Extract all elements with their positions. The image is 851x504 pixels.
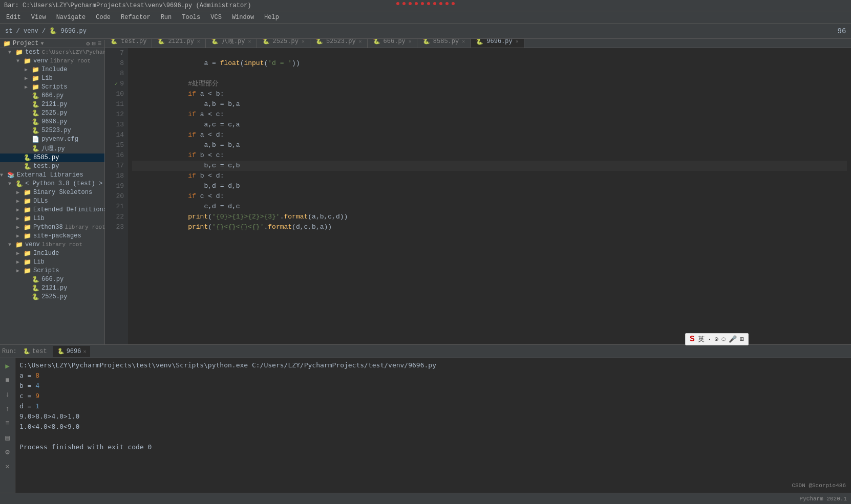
tab-2121-py[interactable]: 🐍 2121.py ✕ [152, 39, 205, 48]
sidebar-item-include[interactable]: ▶ 📁 Include [0, 65, 104, 74]
sidebar-item-python38[interactable]: ▼ 🐍 < Python 3.8 (test) > C:\U [0, 180, 104, 188]
sidebar-item-8585-py[interactable]: ▶ 🐍 8585.py [0, 154, 104, 162]
tab-9696-py[interactable]: 🐍 9696.py ✕ [471, 39, 524, 48]
sidebar-item-2525-py[interactable]: ▶ 🐍 2525.py [0, 109, 104, 118]
sidebar-item-test-project[interactable]: ▼ 📁 test C:\Users\LZY\PycharmP [0, 48, 104, 57]
run-button[interactable]: ▶ [2, 360, 13, 371]
ime-eye[interactable]: ⊙ [715, 335, 719, 343]
menu-run[interactable]: Run [157, 13, 176, 22]
sidebar-item-include2[interactable]: ▶ 📁 Include [0, 249, 104, 258]
code-line-20: c,d = d,c [132, 191, 847, 202]
sidebar-item-dlls[interactable]: ▶ 📁 DLLs [0, 197, 104, 206]
toolbar-icon-96[interactable]: 96 [836, 25, 848, 37]
settings-button[interactable]: ⚙ [2, 446, 13, 457]
tab-8585-py-close[interactable]: ✕ [462, 39, 465, 45]
sidebar-item-2525-py2[interactable]: ▶ 🐍 2525.py [0, 293, 104, 301]
tab-test-py[interactable]: 🐍 test.py [105, 39, 152, 48]
run-tab-test[interactable]: 🐍 test [19, 346, 51, 357]
menu-refactor[interactable]: Refactor [117, 13, 155, 22]
line-numbers: 7 8 8 ✓9 10 11 12 13 14 15 16 17 18 19 [105, 48, 128, 344]
scroll-up-button[interactable]: ↑ [2, 403, 13, 414]
menu-navigate[interactable]: Navigate [52, 13, 90, 22]
menu-help[interactable]: Help [260, 13, 283, 22]
line-22: 22 [109, 212, 124, 222]
project-sidebar: ▼ 📁 test C:\Users\LZY\PycharmP ▼ 📁 venv … [0, 48, 105, 344]
sidebar-item-extended-defs[interactable]: ▶ 📁 Extended Definitions [0, 206, 104, 214]
stop-button[interactable]: ■ [2, 375, 13, 386]
titlebar: Bar: C:\Users\LZY\PycharmProjects\test\v… [0, 0, 851, 11]
tab-2525-py[interactable]: 🐍 2525.py ✕ [257, 39, 310, 48]
code-line-10: a,b = b,a [132, 89, 847, 99]
run-tab-9696-close[interactable]: ✕ [83, 348, 86, 355]
tab-2525-py-close[interactable]: ✕ [302, 39, 305, 45]
code-editor[interactable]: 7 8 8 ✓9 10 11 12 13 14 15 16 17 18 19 [105, 48, 851, 344]
scroll-down-button[interactable]: ↓ [2, 389, 13, 400]
sidebar-item-scripts[interactable]: ▶ 📁 Scripts [0, 83, 104, 92]
tab-2121-py-close[interactable]: ✕ [197, 39, 200, 45]
menu-code[interactable]: Code [92, 13, 115, 22]
toolbar: st / venv / 🐍 9696.py 96 [0, 24, 851, 39]
code-line-7: a = float(input('d = ')) [132, 48, 847, 58]
sidebar-testpy-label: test.py [33, 163, 59, 170]
ime-more[interactable]: ⊞ [740, 335, 744, 343]
sidebar-item-52523-py[interactable]: ▶ 🐍 52523.py [0, 126, 104, 135]
tab-666-py[interactable]: 🐍 666.py ✕ [368, 39, 417, 48]
sidebar-item-2121-py[interactable]: ▶ 🐍 2121.py [0, 100, 104, 109]
sidebar-item-venv2[interactable]: ▼ 📁 venv library root [0, 240, 104, 249]
line-13: 13 [109, 120, 124, 130]
console-output: C:\Users\LZY\PycharmProjects\test\venv\S… [15, 358, 851, 493]
tab-52523-py[interactable]: 🐍 52523.py ✕ [310, 39, 368, 48]
run-tab-9696[interactable]: 🐍 9696 ✕ [53, 346, 91, 357]
sidebar-item-test-py[interactable]: ▶ 🐍 test.py [0, 162, 104, 171]
statusbar-right: PyCharm 2020.1 [800, 496, 847, 502]
project-layout-icon[interactable]: ⊟ [92, 40, 96, 48]
sidebar-item-binary-skeletons[interactable]: ▶ 📁 Binary Skeletons [0, 188, 104, 197]
ime-emoji[interactable]: ☺ [721, 336, 726, 343]
sidebar-item-scripts2[interactable]: ▶ 📁 Scripts [0, 267, 104, 275]
sidebar-item-lib2[interactable]: ▶ 📁 Lib [0, 214, 104, 223]
sidebar-item-external-libs[interactable]: ▼ 📚 External Libraries [0, 171, 104, 180]
sidebar-item-9696-py[interactable]: ▶ 🐍 9696.py [0, 118, 104, 126]
sidebar-item-python38-lib[interactable]: ▶ 📁 Python38 library root [0, 223, 104, 232]
sidebar-item-venv[interactable]: ▼ 📁 venv library root [0, 57, 104, 65]
menu-window[interactable]: Window [228, 13, 258, 22]
project-settings-icon[interactable]: ≡ [98, 40, 101, 47]
ime-s-icon: S [690, 335, 695, 344]
ime-mic[interactable]: 🎤 [729, 335, 737, 343]
menu-tools[interactable]: Tools [178, 13, 204, 22]
close-console-button[interactable]: ✕ [2, 461, 13, 472]
sidebar-dlls-label: DLLs [33, 198, 48, 205]
tab-666-py-close[interactable]: ✕ [409, 39, 412, 45]
sidebar-python38lib-suffix: library root [65, 224, 105, 230]
menu-edit[interactable]: Edit [2, 13, 25, 22]
sidebar-item-lib3[interactable]: ▶ 📁 Lib [0, 258, 104, 267]
editor-container: 7 8 8 ✓9 10 11 12 13 14 15 16 17 18 19 [105, 48, 851, 344]
project-label: 📁 [3, 40, 11, 48]
tab-2121-py-label: 2121.py [168, 39, 194, 45]
sidebar-666-2-label: 666.py [41, 276, 63, 283]
layout-button[interactable]: ≡ [2, 418, 13, 429]
tab-52523-py-close[interactable]: ✕ [359, 39, 362, 45]
filter-button[interactable]: ▤ [2, 432, 13, 443]
tab-8585-py[interactable]: 🐍 8585.py ✕ [417, 39, 471, 48]
sidebar-lib-label: Lib [41, 75, 53, 82]
red-dot-3 [409, 2, 412, 5]
sidebar-item-lib[interactable]: ▶ 📁 Lib [0, 74, 104, 83]
menu-view[interactable]: View [27, 13, 50, 22]
sidebar-item-2121-py2[interactable]: ▶ 🐍 2121.py [0, 284, 104, 293]
menu-vcs[interactable]: VCS [206, 13, 226, 22]
sidebar-item-pyvenv-cfg[interactable]: ▶ 📄 pyvenv.cfg [0, 135, 104, 144]
sidebar-item-666-py2[interactable]: ▶ 🐍 666.py [0, 275, 104, 284]
ime-lang[interactable]: 英 [698, 335, 705, 344]
sidebar-item-666-py[interactable]: ▶ 🐍 666.py [0, 92, 104, 100]
console-result1-line: 9.0>8.0>4.0>1.0 [19, 411, 847, 422]
tab-test-py-label: test.py [121, 39, 146, 45]
tab-baga-py[interactable]: 🐍 八嘎.py ✕ [206, 39, 257, 48]
sidebar-item-site-packages[interactable]: ▶ 📁 site-packages [0, 232, 104, 240]
sidebar-item-baga-py[interactable]: ▶ 🐍 八嘎.py [0, 144, 104, 154]
project-gear-icon[interactable]: ⚙ [86, 40, 90, 48]
tab-9696-py-close[interactable]: ✕ [516, 39, 519, 45]
console-toolbar: ▶ ■ ↓ ↑ ≡ ▤ ⚙ ✕ [0, 358, 15, 493]
line-18: 18 [109, 171, 124, 181]
tab-baga-py-close[interactable]: ✕ [248, 39, 251, 45]
